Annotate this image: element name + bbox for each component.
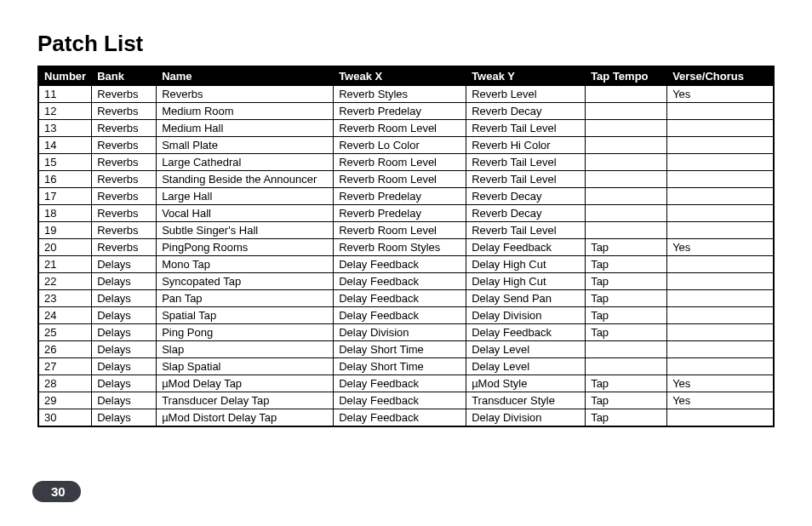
cell-name: PingPong Rooms [157,239,334,256]
table-row: 21DelaysMono TapDelay FeedbackDelay High… [38,256,774,273]
cell-num: 25 [38,324,92,341]
cell-bank: Delays [92,358,157,375]
cell-tap [586,86,667,103]
cell-num: 11 [38,86,92,103]
cell-vc: Yes [667,86,774,103]
col-tweak-x: Tweak X [334,66,466,86]
cell-ty: Delay Division [466,409,586,426]
cell-num: 28 [38,375,92,392]
patch-table: Number Bank Name Tweak X Tweak Y Tap Tem… [37,66,775,427]
cell-bank: Reverbs [92,137,157,154]
cell-tx: Reverb Room Styles [334,239,466,256]
cell-num: 18 [38,205,92,222]
table-row: 17ReverbsLarge HallReverb PredelayReverb… [38,188,774,205]
cell-tap: Tap [586,375,667,392]
table-row: 26DelaysSlapDelay Short TimeDelay Level [38,341,774,358]
cell-name: Vocal Hall [157,205,334,222]
table-row: 11ReverbsReverbsReverb StylesReverb Leve… [38,86,774,103]
cell-vc [667,273,774,290]
cell-bank: Delays [92,409,157,426]
cell-vc [667,120,774,137]
cell-bank: Reverbs [92,86,157,103]
cell-tx: Reverb Predelay [334,188,466,205]
cell-num: 30 [38,409,92,426]
cell-vc [667,137,774,154]
cell-num: 24 [38,307,92,324]
cell-num: 15 [38,154,92,171]
cell-name: Standing Beside the Announcer [157,171,334,188]
cell-ty: Reverb Decay [466,205,586,222]
cell-bank: Delays [92,256,157,273]
cell-vc [667,324,774,341]
cell-ty: Reverb Decay [466,103,586,120]
cell-tap: Tap [586,273,667,290]
table-row: 19ReverbsSubtle Singer's HallReverb Room… [38,222,774,239]
table-row: 28DelaysµMod Delay TapDelay FeedbackµMod… [38,375,774,392]
col-tap-tempo: Tap Tempo [586,66,667,86]
cell-tap [586,103,667,120]
cell-bank: Reverbs [92,239,157,256]
cell-ty: Delay Feedback [466,324,586,341]
cell-num: 14 [38,137,92,154]
cell-name: Subtle Singer's Hall [157,222,334,239]
cell-bank: Delays [92,341,157,358]
cell-ty: Reverb Tail Level [466,120,586,137]
cell-ty: Delay Division [466,307,586,324]
table-row: 13ReverbsMedium HallReverb Room LevelRev… [38,120,774,137]
cell-tx: Delay Division [334,324,466,341]
cell-vc [667,290,774,307]
cell-name: µMod Distort Delay Tap [157,409,334,426]
cell-tap [586,222,667,239]
cell-name: Ping Pong [157,324,334,341]
cell-bank: Reverbs [92,171,157,188]
table-row: 27DelaysSlap SpatialDelay Short TimeDela… [38,358,774,375]
cell-name: Small Plate [157,137,334,154]
cell-name: Spatial Tap [157,307,334,324]
cell-tap: Tap [586,392,667,409]
cell-vc [667,154,774,171]
cell-vc: Yes [667,239,774,256]
cell-num: 19 [38,222,92,239]
cell-ty: Reverb Tail Level [466,222,586,239]
cell-bank: Reverbs [92,222,157,239]
cell-name: Medium Hall [157,120,334,137]
col-tweak-y: Tweak Y [466,66,586,86]
cell-num: 29 [38,392,92,409]
cell-ty: Reverb Decay [466,188,586,205]
cell-num: 20 [38,239,92,256]
cell-name: µMod Delay Tap [157,375,334,392]
cell-bank: Reverbs [92,103,157,120]
cell-num: 17 [38,188,92,205]
cell-vc [667,222,774,239]
table-row: 20ReverbsPingPong RoomsReverb Room Style… [38,239,774,256]
table-row: 25DelaysPing PongDelay DivisionDelay Fee… [38,324,774,341]
cell-tap [586,358,667,375]
cell-vc: Yes [667,392,774,409]
cell-tap [586,171,667,188]
page-title: Patch List [37,31,775,57]
cell-tap: Tap [586,307,667,324]
cell-name: Large Hall [157,188,334,205]
cell-vc [667,256,774,273]
cell-vc: Yes [667,375,774,392]
cell-vc [667,307,774,324]
cell-tx: Delay Short Time [334,341,466,358]
cell-bank: Delays [92,290,157,307]
cell-tx: Reverb Styles [334,86,466,103]
cell-ty: Delay Feedback [466,239,586,256]
cell-bank: Reverbs [92,120,157,137]
cell-name: Pan Tap [157,290,334,307]
cell-ty: Delay High Cut [466,256,586,273]
table-row: 12ReverbsMedium RoomReverb PredelayRever… [38,103,774,120]
cell-tap [586,120,667,137]
cell-name: Medium Room [157,103,334,120]
cell-vc [667,171,774,188]
table-row: 16ReverbsStanding Beside the AnnouncerRe… [38,171,774,188]
cell-tap [586,188,667,205]
cell-tx: Reverb Room Level [334,222,466,239]
cell-tap: Tap [586,256,667,273]
cell-tx: Reverb Predelay [334,103,466,120]
cell-tx: Reverb Lo Color [334,137,466,154]
page-number-tab: 30 [32,481,81,502]
cell-tap [586,137,667,154]
